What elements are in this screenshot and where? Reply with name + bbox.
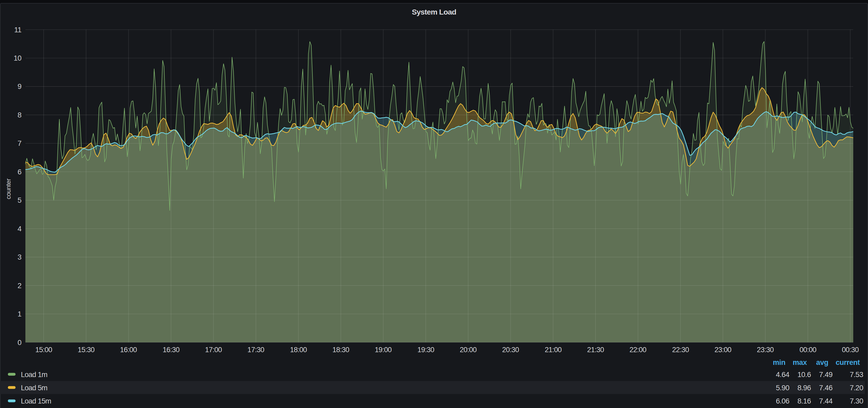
svg-text:9: 9 <box>18 82 22 91</box>
svg-text:Load 5m: Load 5m <box>21 384 48 392</box>
svg-text:4: 4 <box>18 225 22 233</box>
svg-text:16:30: 16:30 <box>163 346 180 354</box>
svg-text:8: 8 <box>18 111 22 119</box>
svg-text:23:00: 23:00 <box>714 346 732 354</box>
svg-text:7: 7 <box>18 139 22 147</box>
svg-text:7.20: 7.20 <box>850 384 863 392</box>
svg-text:current: current <box>836 358 860 367</box>
svg-text:17:00: 17:00 <box>205 346 222 354</box>
svg-text:18:30: 18:30 <box>332 346 349 354</box>
svg-text:4.64: 4.64 <box>776 370 789 379</box>
svg-text:22:00: 22:00 <box>629 346 646 354</box>
svg-text:19:00: 19:00 <box>375 346 392 354</box>
svg-text:7.49: 7.49 <box>819 370 833 379</box>
svg-text:19:30: 19:30 <box>417 346 434 354</box>
svg-text:7.44: 7.44 <box>819 397 833 405</box>
svg-text:6.06: 6.06 <box>776 397 789 405</box>
svg-text:3: 3 <box>18 253 22 261</box>
svg-text:20:30: 20:30 <box>502 346 519 354</box>
svg-text:00:30: 00:30 <box>842 346 859 354</box>
svg-text:System Load: System Load <box>412 8 456 16</box>
svg-text:1: 1 <box>18 310 22 318</box>
svg-text:5.90: 5.90 <box>776 384 789 392</box>
svg-text:7.53: 7.53 <box>850 370 863 379</box>
svg-text:max: max <box>793 358 807 367</box>
svg-text:17:30: 17:30 <box>247 346 264 354</box>
svg-text:16:00: 16:00 <box>120 346 137 354</box>
svg-text:20:00: 20:00 <box>460 346 477 354</box>
svg-text:21:30: 21:30 <box>587 346 604 354</box>
svg-text:21:00: 21:00 <box>545 346 562 354</box>
svg-text:7.46: 7.46 <box>819 384 833 392</box>
svg-text:11: 11 <box>14 26 22 34</box>
svg-text:10: 10 <box>13 54 22 62</box>
svg-text:min: min <box>773 358 785 367</box>
svg-text:Load 1m: Load 1m <box>21 370 48 379</box>
svg-text:18:00: 18:00 <box>290 346 307 354</box>
svg-text:6: 6 <box>18 168 22 176</box>
svg-text:8.16: 8.16 <box>797 397 811 405</box>
svg-text:23:30: 23:30 <box>757 346 774 354</box>
svg-text:22:30: 22:30 <box>672 346 689 354</box>
svg-text:avg: avg <box>816 358 828 367</box>
svg-text:5: 5 <box>18 196 22 204</box>
svg-text:15:00: 15:00 <box>35 346 52 354</box>
svg-text:0: 0 <box>18 338 22 347</box>
svg-text:00:00: 00:00 <box>799 346 816 354</box>
svg-text:15:30: 15:30 <box>78 346 95 354</box>
svg-text:2: 2 <box>18 281 22 290</box>
svg-text:Load 15m: Load 15m <box>21 397 51 405</box>
svg-text:counter: counter <box>5 179 12 200</box>
svg-text:10.6: 10.6 <box>797 370 811 379</box>
svg-text:8.96: 8.96 <box>797 384 811 392</box>
svg-text:7.30: 7.30 <box>850 397 863 405</box>
